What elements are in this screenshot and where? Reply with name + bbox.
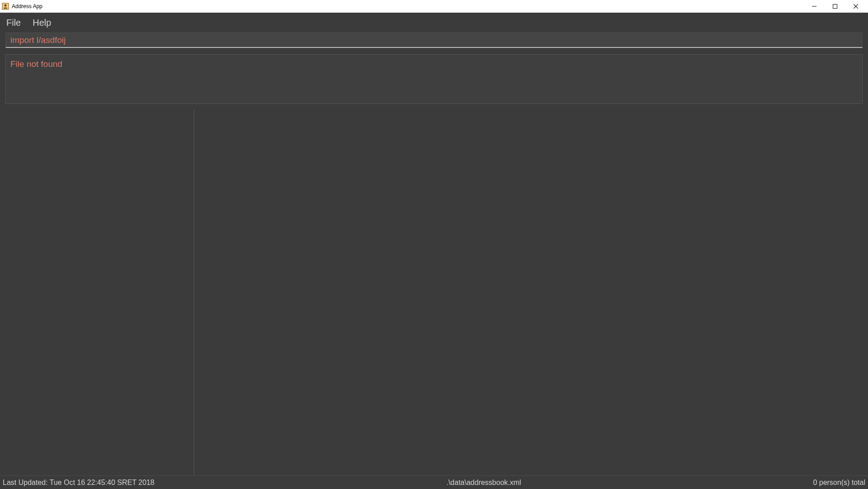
status-file-path: .\data\addressbook.xml [154, 479, 813, 487]
main-content [0, 109, 868, 475]
status-bar: Last Updated: Tue Oct 16 22:45:40 SRET 2… [0, 475, 868, 489]
window-title: Address App [12, 3, 42, 9]
window-controls [804, 0, 866, 13]
command-input[interactable] [10, 35, 858, 45]
maximize-button[interactable] [825, 0, 845, 13]
app-body: File Help File not found Last Updated: T… [0, 13, 868, 489]
status-last-updated: Last Updated: Tue Oct 16 22:45:40 SRET 2… [3, 479, 154, 487]
title-bar: Address App [0, 0, 868, 13]
menu-file[interactable]: File [5, 17, 23, 29]
menu-help[interactable]: Help [31, 17, 53, 29]
svg-rect-3 [833, 5, 837, 9]
command-area [0, 33, 868, 48]
svg-point-1 [5, 5, 7, 7]
person-list-pane[interactable] [0, 109, 194, 475]
app-icon [2, 3, 9, 10]
status-count: 0 person(s) total [813, 479, 865, 487]
close-button[interactable] [845, 0, 866, 13]
minimize-button[interactable] [804, 0, 825, 13]
menu-bar: File Help [0, 13, 868, 33]
command-input-wrap[interactable] [5, 33, 863, 48]
app-window: Address App File Help [0, 0, 868, 489]
result-message-text: File not found [10, 59, 62, 69]
result-message-box: File not found [5, 54, 863, 104]
detail-pane [194, 109, 868, 475]
